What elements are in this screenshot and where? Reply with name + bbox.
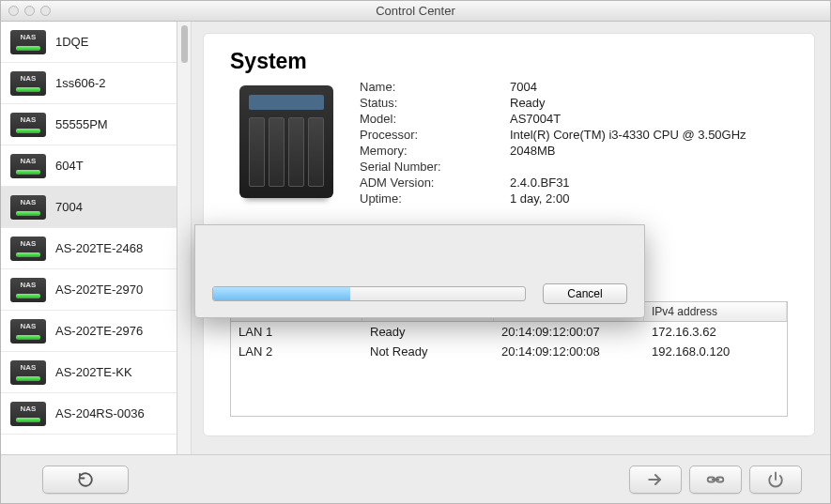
- info-label: ADM Version:: [360, 176, 510, 190]
- system-info-table: Name:7004 Status:Ready Model:AS7004T Pro…: [360, 80, 788, 217]
- traffic-lights: [8, 6, 51, 16]
- cell-status: Ready: [362, 322, 494, 342]
- nas-icon: [10, 402, 46, 426]
- info-value: [510, 160, 788, 174]
- sidebar-item-nas[interactable]: AS-204RS-0036: [1, 393, 177, 435]
- sidebar-item-nas[interactable]: 7004: [1, 187, 177, 228]
- nas-icon: [10, 71, 46, 96]
- scroll-thumb[interactable]: [181, 25, 188, 63]
- sidebar-item-label: AS-202TE-2970: [55, 283, 143, 297]
- cell-name: LAN 2: [231, 342, 362, 361]
- table-row[interactable]: LAN 1 Ready 20:14:09:12:00:07 172.16.3.6…: [231, 322, 787, 342]
- sidebar-item-label: 7004: [55, 200, 83, 214]
- sidebar-item-nas[interactable]: AS-202TE-2976: [1, 311, 177, 352]
- progress-bar: [212, 286, 526, 301]
- progress-dialog: Cancel: [194, 224, 645, 318]
- window-title: Control Center: [1, 4, 830, 18]
- info-value: Ready: [510, 96, 788, 110]
- info-value: AS7004T: [510, 112, 788, 126]
- info-label: Serial Number:: [360, 160, 510, 174]
- refresh-icon: [77, 471, 94, 488]
- nas-icon: [10, 113, 46, 137]
- app-window: Control Center 1DQE 1ss606-2 55555PM 604…: [0, 0, 831, 504]
- minimize-window-icon[interactable]: [24, 6, 35, 16]
- info-label: Name:: [360, 80, 510, 94]
- sidebar-item-nas[interactable]: AS-202TE-2468: [1, 228, 177, 269]
- sidebar-item-label: 604T: [55, 159, 84, 173]
- network-table: Name Status MAC address IPv4 address LAN…: [230, 301, 788, 417]
- sidebar-item-label: AS-202TE-2976: [55, 324, 143, 338]
- close-window-icon[interactable]: [8, 6, 19, 16]
- sidebar-item-nas[interactable]: 1DQE: [1, 22, 177, 63]
- sidebar-item-label: 55555PM: [55, 117, 108, 131]
- info-value: 2048MB: [510, 144, 788, 158]
- link-icon: [705, 470, 726, 489]
- col-header-ipv4[interactable]: IPv4 address: [644, 302, 787, 321]
- nas-icon: [10, 360, 46, 385]
- sidebar-item-label: 1DQE: [55, 35, 88, 49]
- info-value: 2.4.0.BF31: [510, 176, 788, 190]
- arrow-right-icon: [646, 470, 665, 489]
- sidebar-item-nas[interactable]: AS-202TE-KK: [1, 352, 177, 393]
- info-label: Status:: [360, 96, 510, 110]
- cell-ipv4: 192.168.0.120: [644, 342, 787, 361]
- system-heading: System: [230, 49, 788, 74]
- progress-fill: [213, 287, 350, 300]
- cell-name: LAN 1: [231, 322, 362, 342]
- sidebar-item-label: AS-204RS-0036: [55, 406, 145, 420]
- device-image: [230, 85, 343, 217]
- info-label: Processor:: [360, 128, 510, 142]
- sidebar-item-label: 1ss606-2: [55, 76, 105, 90]
- cell-mac: 20:14:09:12:00:08: [494, 342, 644, 361]
- nas-icon: [10, 30, 46, 54]
- nas-icon: [10, 319, 46, 344]
- sidebar-item-nas[interactable]: AS-202TE-2970: [1, 269, 177, 311]
- sidebar-item-nas[interactable]: 604T: [1, 145, 177, 187]
- refresh-button[interactable]: [42, 466, 129, 494]
- info-label: Model:: [360, 112, 510, 126]
- zoom-window-icon[interactable]: [40, 6, 51, 16]
- info-value: 7004: [510, 80, 788, 94]
- nas-icon: [10, 278, 46, 302]
- sidebar-item-label: AS-202TE-KK: [55, 365, 132, 379]
- cell-status: Not Ready: [362, 342, 494, 361]
- device-sidebar: 1DQE 1ss606-2 55555PM 604T 7004 AS-202TE…: [1, 22, 177, 454]
- power-icon: [767, 471, 784, 488]
- link-button[interactable]: [689, 466, 742, 494]
- cell-mac: 20:14:09:12:00:07: [494, 322, 644, 342]
- sidebar-item-nas[interactable]: 55555PM: [1, 104, 177, 145]
- nas-icon: [10, 237, 46, 261]
- table-row[interactable]: LAN 2 Not Ready 20:14:09:12:00:08 192.16…: [231, 342, 787, 361]
- power-button[interactable]: [749, 466, 802, 494]
- cancel-button[interactable]: Cancel: [543, 283, 627, 304]
- connect-button[interactable]: [629, 466, 682, 494]
- nas-icon: [10, 154, 46, 178]
- footer-toolbar: [1, 454, 830, 503]
- titlebar: Control Center: [1, 1, 830, 22]
- info-value: 1 day, 2:00: [510, 191, 788, 206]
- info-label: Uptime:: [360, 191, 510, 206]
- info-label: Memory:: [360, 144, 510, 158]
- sidebar-scrollbar[interactable]: [177, 22, 192, 454]
- info-value: Intel(R) Core(TM) i3-4330 CPU @ 3.50GHz: [510, 128, 788, 142]
- cell-ipv4: 172.16.3.62: [644, 322, 787, 342]
- sidebar-item-label: AS-202TE-2468: [55, 241, 143, 255]
- nas-icon: [10, 195, 46, 220]
- sidebar-item-nas[interactable]: 1ss606-2: [1, 63, 177, 104]
